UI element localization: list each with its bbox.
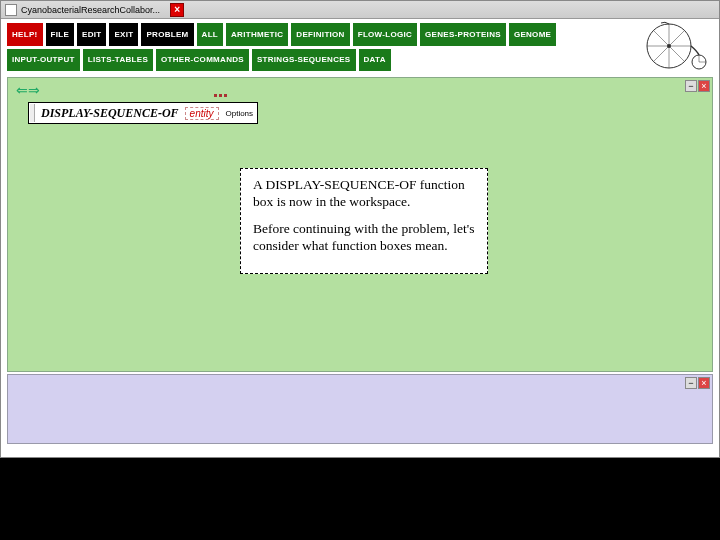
- info-p1: A DISPLAY-SEQUENCE-OF function box is no…: [253, 177, 475, 211]
- bottom-panel-controls: − ×: [685, 377, 710, 389]
- close-bottom-icon[interactable]: ×: [698, 377, 710, 389]
- toolbar-btn-genes-proteins[interactable]: GENES-PROTEINS: [420, 23, 506, 46]
- workspace-panel: ⇐ ⇒ − × DISPLAY-SEQUENCE-OF entity Optio…: [7, 77, 713, 372]
- panel-controls: − ×: [685, 80, 710, 92]
- window-icon: [5, 4, 17, 16]
- toolbar-btn-arithmetic[interactable]: ARITHMETIC: [226, 23, 288, 46]
- function-name: DISPLAY-SEQUENCE-OF: [39, 106, 181, 121]
- toolbar-btn-file[interactable]: FILE: [46, 23, 75, 46]
- toolbar-btn-edit[interactable]: EDIT: [77, 23, 106, 46]
- svg-line-7: [669, 46, 685, 62]
- toolbar-btn-flow-logic[interactable]: FLOW-LOGIC: [353, 23, 417, 46]
- nav-arrows[interactable]: ⇐ ⇒: [16, 82, 38, 98]
- toolbar-btn-problem[interactable]: PROBLEM: [141, 23, 193, 46]
- options-label[interactable]: Options: [223, 109, 257, 118]
- toolbar-btn-exit[interactable]: EXIT: [109, 23, 138, 46]
- svg-line-8: [653, 46, 669, 62]
- toolbar: HELP!FILEEDITEXITPROBLEMALLARITHMETICDEF…: [1, 19, 719, 75]
- toolbar-btn-all[interactable]: ALL: [197, 23, 223, 46]
- minimize-icon[interactable]: −: [685, 80, 697, 92]
- bottom-panel: − ×: [7, 374, 713, 444]
- app-window: CyanobacterialResearchCollabor... × HELP…: [0, 0, 720, 458]
- close-panel-icon[interactable]: ×: [698, 80, 710, 92]
- toolbar-btn-definition[interactable]: DEFINITION: [291, 23, 349, 46]
- toolbar-btn-help-[interactable]: HELP!: [7, 23, 43, 46]
- window-title: CyanobacterialResearchCollabor...: [21, 5, 160, 15]
- titlebar: CyanobacterialResearchCollabor... ×: [1, 1, 719, 19]
- penny-farthing-icon: [641, 21, 711, 71]
- function-box[interactable]: DISPLAY-SEQUENCE-OF entity Options: [28, 102, 258, 124]
- svg-line-6: [653, 30, 669, 46]
- toolbar-btn-other-commands[interactable]: OTHER-COMMANDS: [156, 49, 249, 72]
- toolbar-buttons: HELP!FILEEDITEXITPROBLEMALLARITHMETICDEF…: [7, 23, 567, 71]
- toolbar-btn-strings-sequences[interactable]: STRINGS-SEQUENCES: [252, 49, 356, 72]
- minimize-bottom-icon[interactable]: −: [685, 377, 697, 389]
- toolbar-btn-lists-tables[interactable]: LISTS-TABLES: [83, 49, 153, 72]
- info-p2: Before continuing with the problem, let'…: [253, 221, 475, 255]
- drag-handle-icon[interactable]: [30, 104, 35, 122]
- toolbar-btn-data[interactable]: DATA: [359, 49, 391, 72]
- entity-slot[interactable]: entity: [185, 107, 219, 120]
- svg-line-9: [669, 30, 685, 46]
- info-card: A DISPLAY-SEQUENCE-OF function box is no…: [240, 168, 488, 274]
- toolbar-btn-genome[interactable]: GENOME: [509, 23, 556, 46]
- box-handle-dots: [214, 94, 244, 100]
- close-icon[interactable]: ×: [170, 3, 184, 17]
- toolbar-btn-input-output[interactable]: INPUT-OUTPUT: [7, 49, 80, 72]
